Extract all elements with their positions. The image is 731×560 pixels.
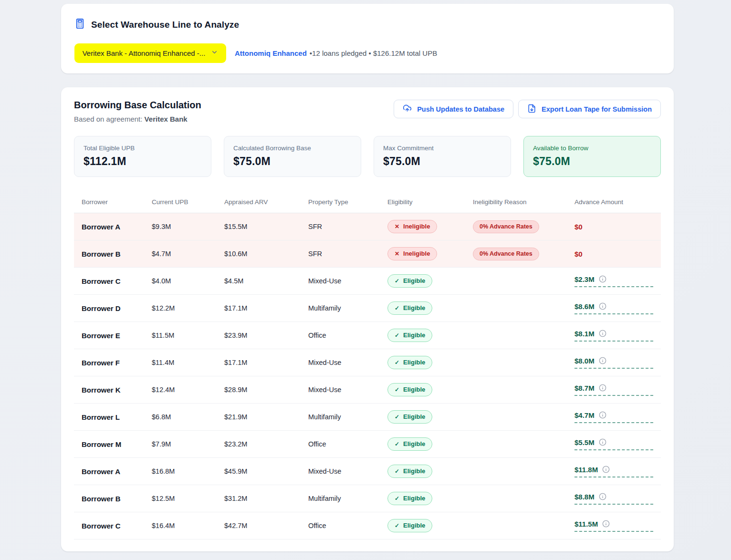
eligibility-badge: ✓ Eligible xyxy=(387,410,432,424)
property-type-value: Multifamily xyxy=(308,304,387,312)
col-appraised-arv: Appraised ARV xyxy=(224,198,308,206)
borrower-name: Borrower C xyxy=(82,522,152,530)
property-type-value: Office xyxy=(308,440,387,448)
eligibility-badge-icon: ✓ xyxy=(395,386,399,393)
push-updates-button[interactable]: Push Updates to Database xyxy=(394,100,513,118)
appraised-arv-value: $17.1M xyxy=(224,304,308,312)
eligibility-badge: ✓ Eligible xyxy=(387,274,432,288)
advance-amount-eligible: $4.7M xyxy=(574,411,653,423)
col-advance-amount: Advance Amount xyxy=(574,198,653,206)
info-icon[interactable] xyxy=(599,275,606,283)
appraised-arv-value: $23.9M xyxy=(224,332,308,339)
eligibility-badge: ✓ Eligible xyxy=(387,301,432,315)
warehouse-line-dropdown[interactable]: Veritex Bank - Attonomiq Enhanced -... xyxy=(74,43,226,63)
advance-amount-eligible: $8.1M xyxy=(574,330,653,342)
advance-amount-eligible: $11.8M xyxy=(574,466,653,477)
appraised-arv-value: $45.9M xyxy=(224,467,308,475)
info-icon[interactable] xyxy=(599,330,606,337)
table-row: Borrower M $7.9M $23.2M Office ✓ Eligibl… xyxy=(74,431,661,458)
file-download-icon xyxy=(527,104,536,114)
eligibility-badge-icon: ✓ xyxy=(395,278,399,284)
col-borrower: Borrower xyxy=(82,198,152,206)
info-icon[interactable] xyxy=(599,493,606,500)
current-upb-value: $4.7M xyxy=(152,250,224,258)
appraised-arv-value: $23.2M xyxy=(224,440,308,448)
advance-amount-value: $8.0M xyxy=(574,357,595,365)
advance-amount-zero: $0 xyxy=(574,250,583,258)
stat-total-eligible-upb: Total Eligible UPB $112.1M xyxy=(74,136,211,177)
eligibility-badge: ✓ Eligible xyxy=(387,519,432,532)
borrower-name: Borrower E xyxy=(82,332,152,340)
borrower-name: Borrower C xyxy=(82,277,152,285)
page-title: Borrowing Base Calculation xyxy=(74,100,201,111)
info-icon[interactable] xyxy=(599,357,606,364)
eligibility-badge-icon: ✓ xyxy=(395,495,399,502)
push-updates-label: Push Updates to Database xyxy=(417,105,504,113)
advance-amount-eligible: $8.7M xyxy=(574,384,653,396)
col-ineligibility-reason: Ineligibility Reason xyxy=(473,198,574,206)
eligibility-badge-icon: ✓ xyxy=(395,305,399,311)
appraised-arv-value: $42.7M xyxy=(224,522,308,529)
advance-amount-value: $8.7M xyxy=(574,384,595,392)
warehouse-selector-title: Select Warehouse Line to Analyze xyxy=(91,20,239,30)
col-eligibility: Eligibility xyxy=(387,198,473,206)
table-row: Borrower B $12.5M $31.2M Multifamily ✓ E… xyxy=(74,485,661,512)
table-row: Borrower C $16.4M $42.7M Office ✓ Eligib… xyxy=(74,512,661,539)
warehouse-selector-card: Select Warehouse Line to Analyze Veritex… xyxy=(61,4,674,73)
info-icon[interactable] xyxy=(599,438,606,446)
export-loan-tape-button[interactable]: Export Loan Tape for Submission xyxy=(518,100,661,118)
stat-label: Total Eligible UPB xyxy=(84,145,202,152)
eligibility-badge: ✓ Eligible xyxy=(387,356,432,369)
property-type-value: Office xyxy=(308,522,387,529)
eligibility-badge-icon: ✕ xyxy=(395,250,399,257)
warehouse-line-name: Attonomiq Enhanced xyxy=(235,49,307,57)
current-upb-value: $6.8M xyxy=(152,413,224,421)
advance-amount-eligible: $5.5M xyxy=(574,438,653,450)
eligibility-badge-label: Ineligible xyxy=(403,250,430,257)
borrower-name: Borrower L xyxy=(82,413,152,421)
appraised-arv-value: $17.1M xyxy=(224,359,308,366)
eligibility-badge-icon: ✓ xyxy=(395,359,399,366)
info-icon[interactable] xyxy=(599,302,606,310)
advance-amount-eligible: $11.5M xyxy=(574,520,653,532)
current-upb-value: $12.4M xyxy=(152,386,224,394)
eligibility-badge-icon: ✓ xyxy=(395,441,399,447)
agreement-subtitle: Based on agreement: Veritex Bank xyxy=(74,115,201,123)
stat-value: $75.0M xyxy=(533,155,651,168)
ineligibility-reason-pill: 0% Advance Rates xyxy=(473,248,539,260)
appraised-arv-value: $21.9M xyxy=(224,413,308,421)
table-row: Borrower D $12.2M $17.1M Multifamily ✓ E… xyxy=(74,295,661,322)
advance-amount-value: $8.1M xyxy=(574,330,595,338)
current-upb-value: $12.2M xyxy=(152,304,224,312)
eligibility-badge-icon: ✓ xyxy=(395,414,399,420)
eligibility-badge-label: Eligible xyxy=(403,359,425,366)
property-type-value: SFR xyxy=(308,250,387,258)
info-icon[interactable] xyxy=(602,520,610,528)
warehouse-line-summary: Attonomiq Enhanced•12 loans pledged • $1… xyxy=(235,49,437,57)
property-type-value: Office xyxy=(308,332,387,339)
advance-amount-eligible: $2.3M xyxy=(574,275,653,287)
warehouse-line-meta: •12 loans pledged • $126.12M total UPB xyxy=(310,49,437,57)
info-icon[interactable] xyxy=(599,384,606,392)
stat-calculated-borrowing-base: Calculated Borrowing Base $75.0M xyxy=(224,136,361,177)
eligibility-badge: ✕ Ineligible xyxy=(387,220,437,233)
advance-amount-eligible: $8.6M xyxy=(574,302,653,314)
col-property-type: Property Type xyxy=(308,198,387,206)
current-upb-value: $16.8M xyxy=(152,467,224,475)
advance-amount-value: $5.5M xyxy=(574,438,595,446)
table-row: Borrower C $4.0M $4.5M Mixed-Use ✓ Eligi… xyxy=(74,268,661,295)
advance-amount-value: $2.3M xyxy=(574,275,595,283)
eligibility-badge: ✓ Eligible xyxy=(387,492,432,505)
appraised-arv-value: $15.5M xyxy=(224,223,308,230)
property-type-value: SFR xyxy=(308,223,387,230)
eligibility-badge: ✕ Ineligible xyxy=(387,247,437,260)
borrowing-base-card: Borrowing Base Calculation Based on agre… xyxy=(61,87,674,551)
eligibility-badge-label: Eligible xyxy=(403,413,425,420)
info-icon[interactable] xyxy=(602,466,610,473)
table-row: Borrower A $9.3M $15.5M SFR ✕ Ineligible… xyxy=(74,213,661,240)
table-row: Borrower L $6.8M $21.9M Multifamily ✓ El… xyxy=(74,404,661,431)
info-icon[interactable] xyxy=(599,411,606,419)
eligibility-badge-label: Eligible xyxy=(403,332,425,339)
current-upb-value: $11.4M xyxy=(152,359,224,366)
table-row: Borrower E $11.5M $23.9M Office ✓ Eligib… xyxy=(74,322,661,349)
